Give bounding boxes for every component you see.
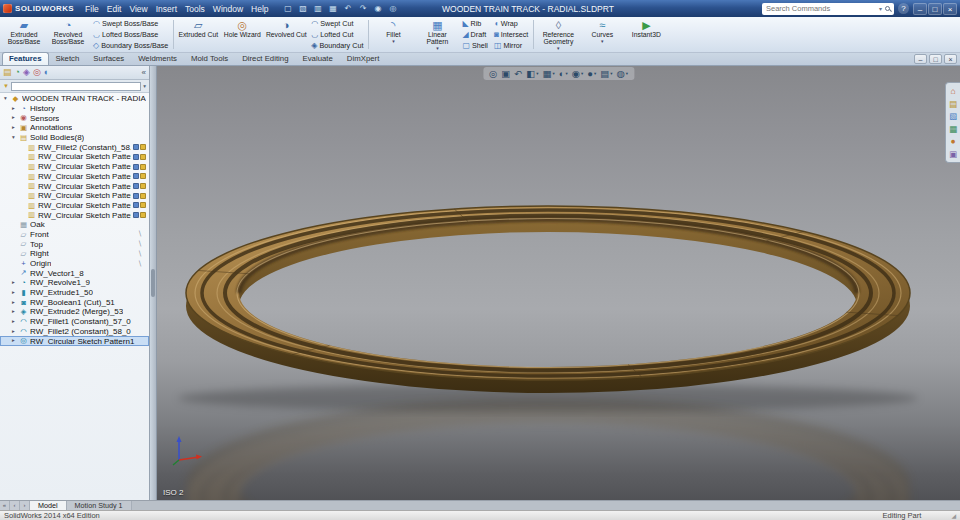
tab-dimxpert[interactable]: DimXpert xyxy=(340,52,387,65)
tree-item-wooden-train-track[interactable]: ▾◆WOODEN TRAIN TRACK - RADIA xyxy=(0,94,149,104)
tree-item-fillet1[interactable]: ▸◠RW_Fillet1 (Constant)_57_0 xyxy=(0,317,149,327)
tree-item-extrude1[interactable]: ▸▮RW_Extrude1_50 xyxy=(0,288,149,298)
tree-item-plane-right[interactable]: ▱Right∖ xyxy=(0,249,149,259)
boundary-cut-button[interactable]: ◈Boundary Cut xyxy=(308,40,366,51)
tree-item-material-oak[interactable]: ▦Oak xyxy=(0,220,149,230)
tab-sketch[interactable]: Sketch xyxy=(49,52,87,65)
tree-item-solid-bodies[interactable]: ▾▤Solid Bodies(8) xyxy=(0,133,149,143)
expander-icon[interactable]: ▸ xyxy=(10,115,17,121)
tree-item-body-circular-pattern[interactable]: ▥RW_Circular Sketch Patter... xyxy=(0,172,149,182)
minimize-button[interactable]: – xyxy=(913,3,927,15)
tab-weldments[interactable]: Weldments xyxy=(131,52,184,65)
hide-show-items-button[interactable]: ◉▾ xyxy=(572,68,584,79)
search-dropdown-icon[interactable]: ▾ xyxy=(879,5,882,12)
view-orientation-button[interactable]: ▦▾ xyxy=(542,68,554,79)
tab-scroll-button-2[interactable]: › xyxy=(20,501,30,510)
doc-restore-button[interactable]: □ xyxy=(929,54,942,64)
options-icon[interactable]: ◎ xyxy=(387,4,400,13)
curves-button[interactable]: ≈Curves▾ xyxy=(580,18,624,45)
tree-item-body-circular-pattern[interactable]: ▥RW_Circular Sketch Patter... xyxy=(0,191,149,201)
tree-item-plane-top[interactable]: ▱Top∖ xyxy=(0,239,149,249)
hole-wizard-button[interactable]: ◎Hole Wizard xyxy=(220,18,264,39)
revolved-cut-button[interactable]: ◑Revolved Cut xyxy=(264,18,308,39)
zoom-fit-button[interactable]: ◎ xyxy=(489,68,497,79)
search-commands-input[interactable] xyxy=(766,4,876,13)
tab-features[interactable]: Features xyxy=(2,52,49,65)
edit-appearance-button[interactable]: ●▾ xyxy=(587,68,596,79)
displaymanager-tab-icon[interactable]: ◐ xyxy=(44,68,49,77)
display-style-button[interactable]: ◐▾ xyxy=(559,68,568,79)
tab-evaluate[interactable]: Evaluate xyxy=(296,52,340,65)
print-icon[interactable]: ▦ xyxy=(327,4,340,13)
apply-scene-button[interactable]: ▤▾ xyxy=(600,68,612,79)
tab-scroll-button-0[interactable]: « xyxy=(0,501,10,510)
open-document-icon[interactable]: ▧ xyxy=(297,4,310,13)
redo-icon[interactable]: ↷ xyxy=(357,4,370,13)
configurationmanager-tab-icon[interactable]: ◈ xyxy=(23,68,30,77)
tree-item-sensors[interactable]: ▸◉Sensors xyxy=(0,113,149,123)
rebuild-icon[interactable]: ◉ xyxy=(372,4,385,13)
tab-surfaces[interactable]: Surfaces xyxy=(86,52,131,65)
menu-file[interactable]: File xyxy=(81,3,103,15)
swept-boss-base-button[interactable]: ◠Swept Boss/Base xyxy=(90,18,171,29)
view-settings-button[interactable]: ◍▾ xyxy=(617,68,629,79)
tree-item-body-fillet2[interactable]: ▥RW_Fillet2 (Constant)_58... xyxy=(0,142,149,152)
tab-mold-tools[interactable]: Mold Tools xyxy=(184,52,235,65)
tree-item-body-circular-pattern[interactable]: ▥RW_Circular Sketch Patter... xyxy=(0,181,149,191)
search-commands-box[interactable]: ▾ xyxy=(762,3,894,15)
tree-item-fillet2[interactable]: ▸◠RW_Fillet2 (Constant)_58_0 xyxy=(0,327,149,337)
expander-icon[interactable]: ▸ xyxy=(10,329,17,335)
shell-button[interactable]: ▢Shell xyxy=(459,40,491,51)
tree-item-boolean1[interactable]: ▸◙RW_Boolean1 (Cut)_51 xyxy=(0,297,149,307)
close-button[interactable]: × xyxy=(943,3,957,15)
mirror-button[interactable]: ◫Mirror xyxy=(491,40,531,51)
draft-button[interactable]: ◢Draft xyxy=(459,29,491,40)
tree-item-extrude2[interactable]: ▸◈RW_Extrude2 (Merge)_53 xyxy=(0,307,149,317)
tree-item-annotations[interactable]: ▸▣Annotations xyxy=(0,123,149,133)
custom-properties-icon[interactable]: ▣ xyxy=(949,150,957,159)
featuremanager-tab-icon[interactable]: ▤ xyxy=(3,68,12,77)
solidworks-resources-icon[interactable]: ⌂ xyxy=(950,87,955,96)
section-view-button[interactable]: ◧▾ xyxy=(526,68,538,79)
collapse-panel-button[interactable]: « xyxy=(142,68,146,77)
tree-filter-input[interactable] xyxy=(11,82,141,91)
expander-icon[interactable]: ▾ xyxy=(10,135,17,141)
tab-scroll-button-1[interactable]: ‹ xyxy=(10,501,20,510)
tree-item-vector1[interactable]: ↗RW_Vector1_8 xyxy=(0,268,149,278)
extruded-cut-button[interactable]: ▱Extruded Cut xyxy=(176,18,220,39)
expander-icon[interactable]: ▸ xyxy=(10,338,17,344)
expander-icon[interactable]: ▸ xyxy=(10,290,17,296)
design-library-icon[interactable]: ▤ xyxy=(949,100,957,109)
file-explorer-icon[interactable]: ▧ xyxy=(949,112,957,121)
appearances-icon[interactable]: ● xyxy=(950,137,955,146)
menu-tools[interactable]: Tools xyxy=(181,3,209,15)
menu-window[interactable]: Window xyxy=(209,3,247,15)
wrap-button[interactable]: ◖Wrap xyxy=(491,18,531,29)
menu-insert[interactable]: Insert xyxy=(152,3,181,15)
tree-item-body-circular-pattern[interactable]: ▥RW_Circular Sketch Patter... xyxy=(0,162,149,172)
menu-view[interactable]: View xyxy=(125,3,151,15)
expander-icon[interactable]: ▸ xyxy=(10,280,17,286)
tree-item-plane-front[interactable]: ▱Front∖ xyxy=(0,230,149,240)
panel-splitter[interactable] xyxy=(150,66,157,500)
tab-model[interactable]: Model xyxy=(30,501,67,510)
doc-close-button[interactable]: × xyxy=(944,54,957,64)
rib-button[interactable]: ◣Rib xyxy=(459,18,491,29)
expander-icon[interactable]: ▸ xyxy=(10,309,17,315)
extruded-boss-base-button[interactable]: ▰Extruded Boss/Base xyxy=(2,18,46,46)
tree-item-history[interactable]: ▸◔History xyxy=(0,104,149,114)
expander-icon[interactable]: ▸ xyxy=(10,125,17,131)
filter-dropdown-icon[interactable]: ▾ xyxy=(143,83,146,89)
fillet-button[interactable]: ◝Fillet▾ xyxy=(371,18,415,45)
boundary-boss-base-button[interactable]: ◇Boundary Boss/Base xyxy=(90,40,171,51)
expander-icon[interactable]: ▸ xyxy=(10,106,17,112)
tree-item-revolve1[interactable]: ▸◔RW_Revolve1_9 xyxy=(0,278,149,288)
revolved-boss-base-button[interactable]: ◔Revolved Boss/Base xyxy=(46,18,90,46)
expander-icon[interactable]: ▸ xyxy=(10,300,17,306)
tree-item-body-circular-pattern[interactable]: ▥RW_Circular Sketch Patter... xyxy=(0,210,149,220)
save-icon[interactable]: ▥ xyxy=(312,4,325,13)
menu-help[interactable]: Help xyxy=(247,3,272,15)
tab-direct-editing[interactable]: Direct Editing xyxy=(235,52,295,65)
reference-geometry-button[interactable]: ◊Reference Geometry▾ xyxy=(536,18,580,52)
doc-minimize-button[interactable]: – xyxy=(914,54,927,64)
